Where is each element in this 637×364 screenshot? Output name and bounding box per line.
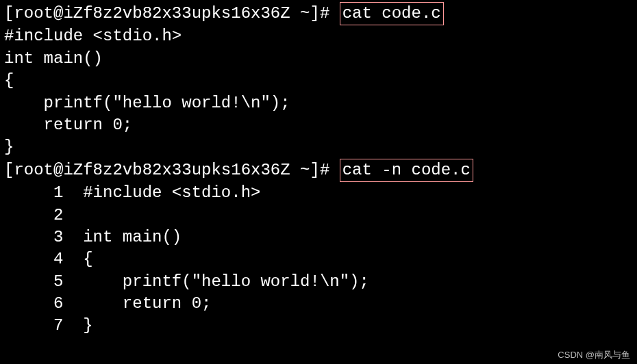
line-number: 4 [4,248,63,270]
line-number: 2 [4,205,63,226]
output-line: printf("hello world!\n"); [4,92,633,114]
shell-prompt-2: [root@iZf8z2vb82x33upks16x36Z ~]# [4,161,340,179]
numbered-output-line: 2 [4,205,633,226]
prompt-line-2[interactable]: [root@iZf8z2vb82x33upks16x36Z ~]# cat -n… [4,159,633,182]
line-number: 3 [4,226,63,248]
prompt-line-1[interactable]: [root@iZf8z2vb82x33upks16x36Z ~]# cat co… [4,2,633,25]
line-number: 6 [4,293,63,315]
numbered-output-line: 6 return 0; [4,293,633,315]
line-content: printf("hello world!\n"); [83,272,369,291]
command-highlight-1: cat code.c [340,2,444,25]
shell-prompt-1: [root@iZf8z2vb82x33upks16x36Z ~]# [4,4,340,23]
output-line: return 0; [4,114,633,136]
watermark-text: CSDN @南风与鱼 [558,349,630,361]
output-line: #include <stdio.h> [4,25,633,47]
numbered-output-line: 3 int main() [4,226,633,248]
numbered-output-line: 4 { [4,248,633,270]
line-number: 7 [4,315,63,337]
line-number: 1 [4,182,63,204]
numbered-output-line: 1 #include <stdio.h> [4,182,633,204]
line-content: } [83,316,92,335]
numbered-output-line: 7 } [4,315,633,337]
line-content: #include <stdio.h> [83,183,260,202]
command-highlight-2: cat -n code.c [340,159,473,182]
line-number: 5 [4,271,63,293]
line-content: { [83,250,92,268]
line-content: int main() [83,228,182,246]
output-line: { [4,70,633,92]
output-line: int main() [4,48,633,70]
output-line: } [4,136,633,158]
numbered-output-line: 5 printf("hello world!\n"); [4,271,633,293]
line-content: return 0; [83,294,211,313]
